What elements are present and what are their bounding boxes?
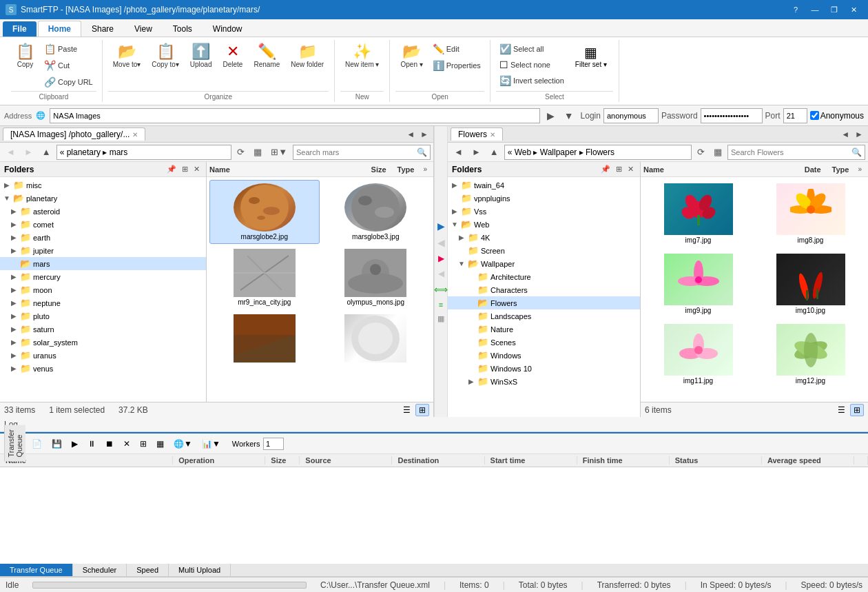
transfer-sync-btn[interactable]: ⟺	[433, 283, 449, 296]
tab-view[interactable]: View	[124, 21, 163, 37]
transfer-options-btn[interactable]: ⊞	[136, 437, 150, 451]
tab-window[interactable]: Window	[203, 21, 253, 37]
transfer-refresh-btn[interactable]: 🌐▼	[170, 437, 196, 451]
move-to-button[interactable]: 📂 Move to▾	[108, 41, 146, 71]
address-dropdown[interactable]: ▼	[561, 110, 577, 121]
transfer-cancel-btn[interactable]: ✕	[120, 437, 134, 451]
tree-item-4k[interactable]: ▶ 📁 4K	[448, 231, 640, 244]
file-item-img11[interactable]: img11.jpg	[643, 320, 753, 388]
file-item-img7[interactable]: img7.jpg	[643, 180, 753, 247]
right-forward-btn[interactable]: ►	[468, 145, 484, 159]
cut-button[interactable]: ✂️ Cut	[41, 58, 96, 73]
close-button[interactable]: ✕	[845, 3, 862, 17]
tree-item-jupiter[interactable]: ▶ 📁 jupiter	[0, 244, 206, 257]
rename-button[interactable]: ✏️ Rename	[249, 41, 285, 71]
left-refresh-btn[interactable]: ⟳	[234, 145, 248, 159]
right-panel-tab[interactable]: Flowers ✕	[451, 127, 503, 141]
transfer-speed-btn[interactable]: 📊▼	[198, 437, 224, 451]
address-input[interactable]	[50, 108, 539, 123]
file-item-6[interactable]	[321, 311, 431, 367]
invert-selection-button[interactable]: 🔄 Invert selection	[496, 73, 568, 88]
right-up-btn[interactable]: ▲	[486, 145, 502, 159]
tab-home[interactable]: Home	[38, 21, 81, 37]
edit-button[interactable]: ✏️ Edit	[429, 41, 484, 57]
tree-item-landscapes[interactable]: 📁 Landscapes	[448, 309, 640, 323]
login-input[interactable]	[603, 108, 659, 123]
paste-button[interactable]: 📋 Paste	[41, 41, 96, 57]
minimize-button[interactable]: —	[806, 3, 824, 17]
right-folder-pin[interactable]: 📌	[599, 164, 612, 174]
left-search-input[interactable]	[296, 148, 415, 156]
tree-item-pluto[interactable]: ▶ 📁 pluto	[0, 309, 206, 323]
transfer-red-left-btn[interactable]: ◀	[437, 267, 446, 280]
right-folder-close[interactable]: ✕	[626, 164, 636, 174]
file-item-img10[interactable]: img10.jpg	[756, 250, 865, 318]
tree-item-windows10[interactable]: 📁 Windows 10	[448, 362, 640, 375]
file-item-5[interactable]	[209, 311, 320, 367]
left-back-btn[interactable]: ◄	[3, 145, 19, 159]
tab-file[interactable]: File	[3, 21, 37, 37]
right-files-col-more[interactable]: »	[854, 163, 865, 175]
properties-button[interactable]: ℹ️ Properties	[429, 58, 484, 73]
tree-item-nature[interactable]: 📁 Nature	[448, 323, 640, 336]
tree-item-characters[interactable]: 📁 Characters	[448, 283, 640, 296]
file-item-folder[interactable]	[643, 391, 753, 402]
file-item-img12[interactable]: img12.jpg	[756, 320, 865, 388]
left-tab-close[interactable]: ✕	[132, 131, 138, 139]
tab-tools[interactable]: Tools	[163, 21, 203, 37]
tree-item-planetary[interactable]: ▼ 📂 planetary	[0, 192, 206, 205]
left-view-btn[interactable]: ▦	[250, 145, 265, 159]
file-item-mr9[interactable]: mr9_inca_city.jpg	[209, 245, 320, 309]
tree-item-saturn[interactable]: ▶ 📁 saturn	[0, 323, 206, 336]
copy-to-button[interactable]: 📋 Copy to▾	[147, 41, 183, 71]
left-folder-expand[interactable]: ⊞	[180, 164, 190, 174]
transfer-left-btn[interactable]: ◀	[436, 236, 446, 249]
anonymous-checkbox[interactable]	[810, 111, 819, 120]
file-item-img8[interactable]: img8.jpg	[756, 180, 865, 247]
transfer-save-btn[interactable]: 💾	[48, 437, 65, 451]
file-item-olympus[interactable]: olympus_mons.jpg	[321, 245, 431, 309]
transfer-tab-multi-upload[interactable]: Multi Upload	[169, 564, 231, 576]
files-col-more[interactable]: »	[420, 163, 431, 175]
right-list-view-btn[interactable]: ☰	[834, 404, 849, 416]
right-grid-view-btn[interactable]: ⊞	[850, 404, 864, 416]
right-folder-expand[interactable]: ⊞	[614, 164, 624, 174]
transfer-tab-scheduler[interactable]: Scheduler	[73, 564, 127, 576]
right-back-btn[interactable]: ◄	[451, 145, 466, 159]
transfer-compare-btn[interactable]: ≡	[437, 299, 444, 310]
left-panel-tab[interactable]: [NASA Images] /photo_gallery/... ✕	[3, 127, 145, 141]
tree-item-moon[interactable]: ▶ 📁 moon	[0, 283, 206, 296]
file-item-img9[interactable]: img9.jpg	[643, 250, 753, 318]
tree-item-winsxs[interactable]: ▶ 📁 WinSxS	[448, 375, 640, 388]
port-input[interactable]	[783, 108, 807, 123]
tree-item-mars[interactable]: 📂 mars	[0, 257, 206, 270]
open-button[interactable]: 📂 Open ▾	[395, 41, 427, 71]
tree-item-vpn[interactable]: 📁 vpnplugins	[448, 192, 640, 205]
select-none-button[interactable]: ☐ Select none	[496, 57, 568, 72]
tree-item-wallpaper[interactable]: ▼ 📂 Wallpaper	[448, 257, 640, 270]
tree-item-venus[interactable]: ▶ 📁 venus	[0, 362, 206, 375]
transfer-view-btn[interactable]: ▦	[153, 437, 167, 451]
new-folder-button[interactable]: 📁 New folder	[286, 41, 329, 71]
transfer-right-btn[interactable]: ▶	[436, 219, 446, 233]
right-tab-close[interactable]: ✕	[490, 131, 495, 139]
address-go-button[interactable]: ▶	[544, 110, 557, 121]
file-item-marsglobe2[interactable]: marsglobe2.jpg	[209, 180, 320, 244]
tree-item-asteroid[interactable]: ▶ 📁 asteroid	[0, 205, 206, 218]
tree-item-vss[interactable]: ▶ 📁 Vss	[448, 205, 640, 218]
transfer-option-btn[interactable]: ▦	[436, 313, 446, 325]
delete-button[interactable]: ✕ Delete	[218, 41, 248, 71]
transfer-stop-btn[interactable]: ⏹	[102, 437, 117, 451]
transfer-tab-queue[interactable]: Transfer Queue	[0, 564, 73, 576]
right-prev-tab[interactable]: ◄	[839, 129, 851, 140]
left-list-view-btn[interactable]: ☰	[400, 404, 414, 416]
tree-item-mercury[interactable]: ▶ 📁 mercury	[0, 270, 206, 283]
copy-button[interactable]: 📋 Copy	[11, 41, 39, 71]
tree-item-earth[interactable]: ▶ 📁 earth	[0, 231, 206, 244]
transfer-red-right-btn[interactable]: ▶	[437, 252, 446, 265]
transfer-play-btn[interactable]: ▶	[68, 437, 81, 451]
right-search-input[interactable]	[731, 148, 849, 156]
help-button[interactable]: ?	[787, 3, 805, 17]
tree-item-misc[interactable]: ▶ 📁 misc	[0, 178, 206, 192]
tree-item-comet[interactable]: ▶ 📁 comet	[0, 218, 206, 231]
